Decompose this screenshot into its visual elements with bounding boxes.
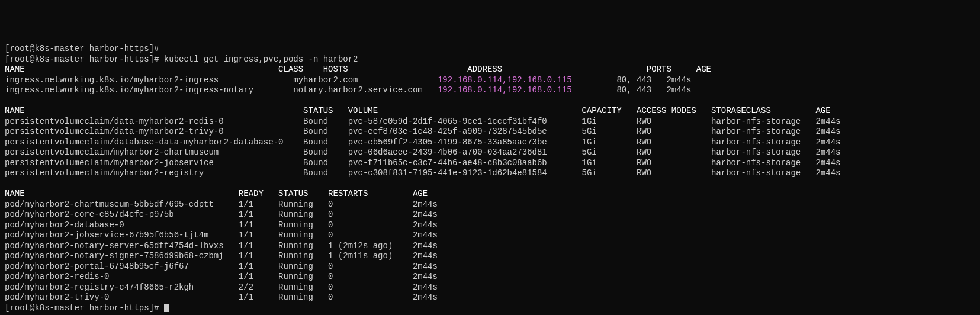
prompt-line: [root@k8s-master harbor-https]#: [5, 54, 164, 64]
cursor: [164, 304, 169, 312]
command-text: kubectl get ingress,pvc,pods -n harbor2: [164, 54, 358, 64]
pods-table: NAME READY STATUS RESTARTS AGE pod/myhar…: [5, 189, 438, 302]
prompt-line: [root@k8s-master harbor-https]#: [5, 44, 159, 53]
prompt-line: [root@k8s-master harbor-https]#: [5, 303, 164, 313]
pvc-table: NAME STATUS VOLUME CAPACITY ACCESS MODES…: [5, 106, 840, 178]
terminal-output[interactable]: [root@k8s-master harbor-https]# [root@k8…: [5, 44, 975, 313]
ingress-table: NAME CLASS HOSTS ADDRESS PORTS AGE ingre…: [5, 65, 711, 95]
